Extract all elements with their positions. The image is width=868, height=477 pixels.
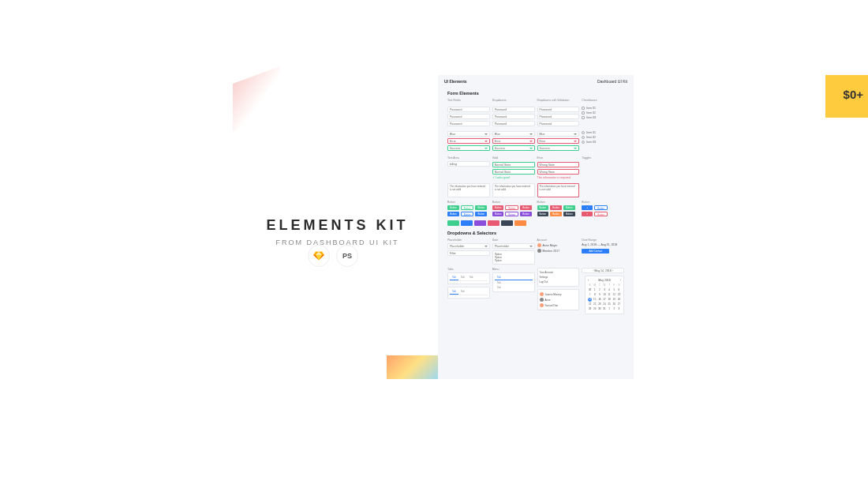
- button-outline[interactable]: Button: [505, 205, 518, 210]
- calendar-day[interactable]: 13: [617, 293, 621, 297]
- dropdown[interactable]: Placeholder: [447, 243, 490, 249]
- button[interactable]: Button: [475, 205, 487, 210]
- calendar-day[interactable]: 15: [593, 298, 597, 302]
- text-input[interactable]: Password: [537, 121, 580, 126]
- user-row[interactable]: Samuel Doe: [540, 302, 578, 308]
- button[interactable]: Button: [550, 212, 562, 216]
- button[interactable]: Button: [563, 205, 575, 210]
- checkbox[interactable]: Item 01: [582, 107, 624, 110]
- calendar-day[interactable]: 28: [588, 307, 592, 311]
- calendar-day[interactable]: 23: [597, 302, 601, 306]
- calendar-day[interactable]: 19: [612, 298, 616, 302]
- tab[interactable]: Tab: [467, 275, 476, 280]
- button[interactable]: Button: [520, 212, 532, 216]
- calendar-day[interactable]: 30: [588, 288, 592, 292]
- calendar-day[interactable]: 30: [597, 307, 601, 311]
- text-input[interactable]: Password: [447, 121, 490, 126]
- textarea-error[interactable]: The information you have entered is not …: [537, 183, 580, 197]
- calendar-day[interactable]: 9: [597, 293, 601, 297]
- checkbox[interactable]: Item 02: [582, 111, 624, 115]
- calendar-day[interactable]: 1: [593, 288, 597, 292]
- calendar-day[interactable]: 1: [608, 307, 612, 311]
- select-success[interactable]: Success: [537, 145, 580, 151]
- radio[interactable]: Item 02: [582, 136, 624, 139]
- calendar-day[interactable]: 12: [612, 293, 616, 297]
- radio[interactable]: Item 01: [582, 131, 624, 134]
- button-primary[interactable]: Button: [447, 205, 459, 210]
- button-icon[interactable]: +: [582, 205, 593, 210]
- user-row[interactable]: Joanna Massey: [540, 291, 578, 297]
- checkbox[interactable]: Item 03: [582, 116, 624, 119]
- tab[interactable]: Tab: [495, 285, 533, 290]
- calendar-day[interactable]: 17: [602, 298, 606, 302]
- calendar-day[interactable]: 7: [588, 293, 592, 297]
- calendar-day[interactable]: 18: [608, 298, 612, 302]
- calendar-day[interactable]: 27: [617, 302, 621, 306]
- calendar-day[interactable]: 2: [612, 307, 616, 311]
- calendar-day[interactable]: 26: [612, 302, 616, 306]
- tab[interactable]: Tab: [458, 289, 467, 295]
- calendar-day[interactable]: 5: [612, 288, 616, 292]
- dropdown-list[interactable]: OptionOptionOption: [492, 250, 535, 265]
- date-range[interactable]: Aug 1, 2018 — Aug 31, 2018: [582, 243, 624, 246]
- button-outline[interactable]: Button: [461, 205, 474, 210]
- text-input[interactable]: Password: [447, 114, 490, 119]
- calendar-day[interactable]: 10: [602, 293, 606, 297]
- input-valid[interactable]: Normal State: [492, 162, 535, 167]
- user-row[interactable]: Anne: [540, 297, 578, 302]
- input-error[interactable]: Wrong State: [537, 162, 580, 167]
- button[interactable]: Button: [537, 212, 549, 216]
- button[interactable]: Button: [537, 205, 549, 210]
- date-input[interactable]: ‹ May 14, 2018 ›: [582, 268, 624, 273]
- text-input[interactable]: Password: [537, 107, 580, 112]
- button[interactable]: Button: [594, 205, 608, 210]
- calendar-day[interactable]: 31: [602, 307, 606, 311]
- button[interactable]: Button: [520, 205, 532, 210]
- text-input[interactable]: Password: [492, 107, 535, 112]
- tab[interactable]: Tab: [450, 275, 458, 280]
- text-input[interactable]: Password: [447, 107, 490, 112]
- button-outline[interactable]: Button: [505, 212, 518, 216]
- dropdown-open[interactable]: Placeholder: [492, 243, 535, 249]
- text-input[interactable]: Password: [537, 114, 580, 119]
- textarea[interactable]: The information you have entered is not …: [447, 183, 490, 197]
- text-input[interactable]: billing: [447, 161, 490, 167]
- calendar-day[interactable]: 14: [588, 298, 592, 302]
- text-input[interactable]: Password: [492, 114, 535, 119]
- calendar-day[interactable]: 25: [608, 302, 612, 306]
- select-error[interactable]: Error: [447, 138, 490, 144]
- button[interactable]: Button: [550, 205, 562, 210]
- account-row[interactable]: Anne Mayer: [537, 243, 580, 247]
- input-error[interactable]: Wrong State: [537, 169, 580, 175]
- text-input[interactable]: Password: [492, 121, 535, 126]
- button[interactable]: Button: [563, 212, 575, 216]
- calendar[interactable]: ‹May 2018› SMTWTFS3012345678910111213141…: [585, 276, 624, 314]
- calendar-day[interactable]: 8: [593, 293, 597, 297]
- calendar-day[interactable]: 6: [617, 288, 621, 292]
- calendar-day[interactable]: 20: [617, 298, 621, 302]
- select[interactable]: Blue: [492, 131, 535, 137]
- input-valid[interactable]: Normal State: [492, 169, 535, 175]
- calendar-day[interactable]: 21: [588, 302, 592, 306]
- calendar-day[interactable]: 29: [593, 307, 597, 311]
- button[interactable]: Button: [447, 212, 459, 216]
- calendar-day[interactable]: 4: [608, 288, 612, 292]
- add-contact-button[interactable]: Add Contact: [582, 249, 609, 254]
- select[interactable]: Blue: [537, 131, 580, 137]
- menu-item[interactable]: Log Out: [540, 280, 578, 284]
- tab[interactable]: Tab: [495, 275, 533, 280]
- button[interactable]: Button: [594, 212, 608, 216]
- price-badge[interactable]: $0+: [825, 75, 868, 118]
- calendar-day[interactable]: 16: [597, 298, 601, 302]
- select-error[interactable]: Error: [537, 138, 580, 144]
- account-row[interactable]: Member 2017: [537, 249, 580, 253]
- select-error[interactable]: Error: [492, 138, 535, 144]
- tab[interactable]: Tab: [450, 289, 458, 295]
- textarea[interactable]: The information you have entered is not …: [492, 183, 535, 197]
- button[interactable]: Button: [492, 212, 504, 216]
- calendar-day[interactable]: 24: [602, 302, 606, 306]
- radio[interactable]: Item 03: [582, 141, 624, 144]
- calendar-day[interactable]: 3: [617, 307, 621, 311]
- calendar-day[interactable]: 3: [602, 288, 606, 292]
- calendar-day[interactable]: 11: [608, 293, 612, 297]
